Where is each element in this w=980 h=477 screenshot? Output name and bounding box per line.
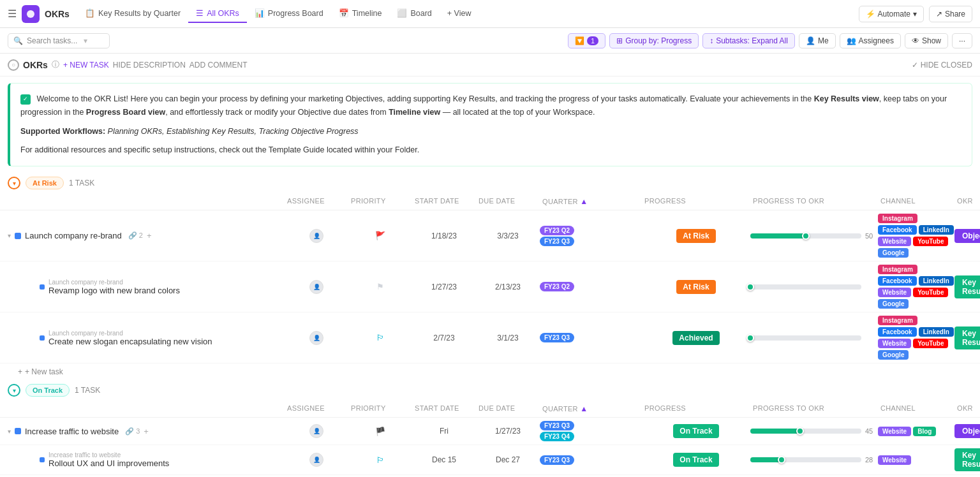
- priority-cell: ⚑: [348, 282, 412, 291]
- group-by-chip[interactable]: ⊞ Group by: Progress: [609, 33, 699, 48]
- task-main-name[interactable]: Revamp logo with new brand colors: [48, 286, 180, 295]
- col-task: [8, 196, 285, 207]
- col-channel: CHANNEL: [878, 403, 954, 415]
- start-date-cell: Dec 15: [412, 455, 476, 464]
- progress-bar-cell: 28: [750, 456, 878, 464]
- tab-progress-board[interactable]: 📊 Progress Board: [247, 4, 331, 23]
- tab-timeline[interactable]: 📅 Timeline: [331, 4, 390, 23]
- assignee-cell: 👤: [285, 453, 348, 467]
- due-date-cell: 2/13/23: [476, 283, 540, 291]
- channel-tag: Facebook: [878, 276, 917, 286]
- subtasks-icon: ↕: [709, 36, 713, 45]
- automate-button[interactable]: ⚡ Automate ▾: [859, 6, 924, 22]
- chevron-icon[interactable]: ▾: [8, 232, 11, 239]
- progress-cell: Achieved: [642, 331, 750, 345]
- chevron-down-icon: ▾: [84, 36, 87, 45]
- task-name-cell: Launch company re-brand Revamp logo with…: [26, 279, 285, 295]
- column-headers: ASSIGNEE PRIORITY START DATE DUE DATE QU…: [0, 193, 980, 210]
- tab-add-view[interactable]: + View: [440, 4, 479, 23]
- okr-type-badge: Objective: [954, 229, 980, 243]
- table-row[interactable]: Launch company re-brand Revamp logo with…: [0, 261, 980, 312]
- assignees-chip[interactable]: 👥 Assignees: [840, 33, 901, 48]
- group-toggle-on-track[interactable]: ▾: [8, 384, 20, 397]
- table-row[interactable]: Launch company re-brand Create new sloga…: [0, 312, 980, 363]
- status-badge: Achieved: [672, 331, 719, 345]
- menu-icon[interactable]: ☰: [8, 8, 17, 20]
- col-progress: PROGRESS: [642, 403, 750, 415]
- avatar: 👤: [309, 453, 323, 467]
- start-date-cell: 2/7/23: [412, 334, 476, 342]
- channel-cell: InstagramFacebookLinkedInWebsiteYouTubeG…: [878, 265, 954, 309]
- tab-all-okrs[interactable]: ☰ All OKRs: [188, 4, 247, 23]
- col-priority: PRIORITY: [348, 196, 412, 207]
- table-row[interactable]: ▾ Launch company re-brand 🔗 2 + 👤 🚩 1/18…: [0, 210, 980, 261]
- share-icon: ↗: [936, 10, 942, 18]
- show-chip[interactable]: 👁 Show: [905, 33, 948, 48]
- quarter-badge: FY23 Q3: [540, 455, 574, 465]
- me-chip[interactable]: 👤 Me: [799, 33, 836, 48]
- share-button[interactable]: ↗ Share: [929, 6, 972, 22]
- due-date-cell: 3/3/23: [476, 231, 540, 240]
- table-row[interactable]: ▾ Increase traffic to website 🔗 3 + 👤 🏴 …: [0, 418, 980, 445]
- progress-bar: [750, 335, 861, 341]
- channel-tag: YouTube: [913, 339, 948, 348]
- col-progress-to-okr: PROGRESS TO OKR: [750, 403, 878, 415]
- col-assignee: ASSIGNEE: [285, 403, 348, 415]
- due-date-cell: Dec 27: [476, 455, 540, 464]
- priority-icon[interactable]: ⚑: [376, 282, 384, 291]
- table-row[interactable]: Increase traffic to website Rollout UX a…: [0, 445, 980, 475]
- assignee-cell: 👤: [285, 331, 348, 345]
- nav-tabs: 📋 Key Results by Quarter ☰ All OKRs 📊 Pr…: [77, 4, 479, 23]
- priority-icon[interactable]: 🏳: [376, 455, 385, 465]
- start-date-cell: 1/27/23: [412, 283, 476, 291]
- task-main-name[interactable]: Increase traffic to website: [25, 427, 119, 436]
- hide-description-button[interactable]: HIDE DESCRIPTION: [113, 61, 186, 70]
- collapse-toggle[interactable]: ○: [8, 59, 19, 71]
- search-box[interactable]: 🔍 Search tasks... ▾: [8, 33, 110, 48]
- channel-tag: YouTube: [913, 288, 948, 297]
- task-parent-label: Launch company re-brand: [48, 330, 212, 337]
- priority-icon[interactable]: 🚩: [375, 231, 385, 240]
- tab-icon: 📋: [85, 8, 95, 18]
- filter-chip[interactable]: 🔽 1: [568, 33, 605, 48]
- col-start-date: START DATE: [412, 403, 476, 415]
- add-subtask-button[interactable]: +: [144, 427, 149, 436]
- channel-cell: InstagramFacebookLinkedInWebsiteYouTubeG…: [878, 316, 954, 360]
- task-main-name[interactable]: Launch company re-brand: [25, 231, 122, 240]
- tab-board[interactable]: ⬜ Board: [389, 4, 439, 23]
- group-count-at-risk: 1 TASK: [69, 179, 94, 187]
- chevron-icon[interactable]: ▾: [8, 428, 11, 435]
- new-task-button[interactable]: + NEW TASK: [63, 61, 109, 70]
- task-main-name[interactable]: Create new slogan encapsulating new visi…: [48, 337, 212, 346]
- app-title: OKRs: [45, 9, 70, 19]
- info-icon[interactable]: ⓘ: [52, 59, 59, 70]
- priority-icon[interactable]: 🏴: [375, 427, 385, 436]
- col-due-date: DUE DATE: [476, 196, 540, 207]
- channel-tag: Facebook: [878, 327, 917, 337]
- group-toggle-at-risk[interactable]: ▾: [8, 177, 20, 189]
- task-main-name[interactable]: Rollout UX and UI improvements: [48, 459, 169, 468]
- add-subtask-button[interactable]: +: [147, 231, 152, 240]
- add-comment-button[interactable]: ADD COMMENT: [189, 61, 248, 70]
- more-options[interactable]: ···: [952, 33, 972, 48]
- quarter-badge: FY23 Q2: [540, 226, 574, 235]
- group-badge-at-risk: At Risk: [26, 177, 64, 189]
- checkmark-icon: ✓: [912, 61, 918, 70]
- show-icon: 👁: [912, 36, 919, 45]
- progress-bar-cell: [750, 335, 878, 341]
- okr-type-badge: Objective: [954, 424, 980, 438]
- tab-key-results[interactable]: 📋 Key Results by Quarter: [77, 4, 188, 23]
- quarter-badge: FY23 Q3: [540, 333, 574, 342]
- priority-icon[interactable]: 🏳: [376, 333, 385, 342]
- progress-bar-cell: [750, 284, 878, 290]
- add-task-button[interactable]: + + New task: [0, 363, 980, 380]
- avatar: 👤: [309, 229, 323, 243]
- hide-closed-button[interactable]: ✓ HIDE CLOSED: [912, 61, 972, 70]
- status-badge: On Track: [673, 453, 718, 467]
- okr-type-cell: Key Results: [954, 327, 972, 349]
- subtasks-chip[interactable]: ↕ Subtasks: Expand All: [702, 33, 795, 48]
- group-header-on-track: ▾ On Track 1 TASK: [0, 380, 980, 400]
- col-due-date: DUE DATE: [476, 403, 540, 415]
- desc-logo-icon: ✓: [20, 94, 31, 105]
- nav-right-actions: ⚡ Automate ▾ ↗ Share: [859, 6, 972, 22]
